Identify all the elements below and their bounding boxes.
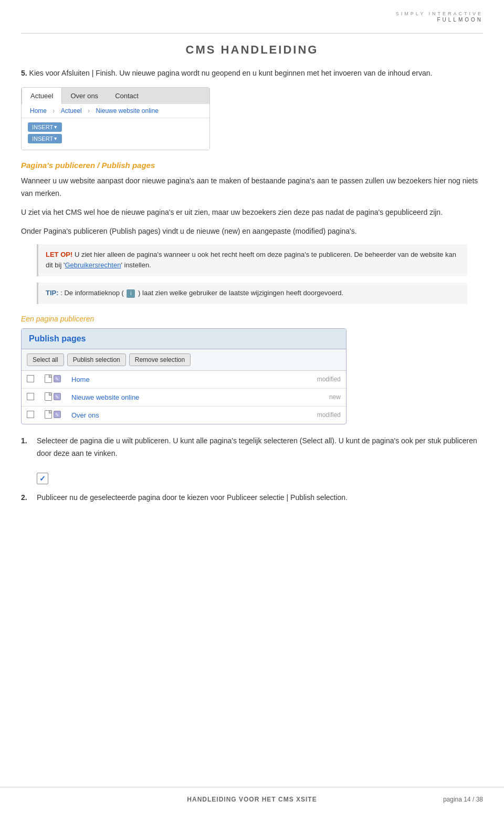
publish-toolbar: Select all Publish selection Remove sele… [22, 349, 346, 371]
nav-bar: Actueel Over ons Contact [22, 88, 209, 104]
row-checkbox-1[interactable] [27, 393, 34, 400]
row-name-0: Home [66, 371, 261, 389]
breadcrumb-home: Home [30, 107, 47, 115]
edit-icon-0: ✎ [54, 375, 61, 382]
insert-btn-2[interactable]: INSERT [28, 134, 62, 143]
page-icons-2: ✎ [45, 410, 61, 419]
footer-title: HANDLEIDING VOOR HET CMS XSITE [74, 796, 430, 803]
step2-text: Publiceer nu de geselecteerde pagina doo… [37, 492, 348, 504]
step-item-2: 2. Publiceer nu de geselecteerde pagina … [21, 492, 483, 504]
nav-screenshot: Actueel Over ons Contact Home › Actueel … [21, 87, 210, 150]
breadcrumb-page: Nieuwe website online [96, 107, 158, 115]
main-content: 5. Kies voor Afsluiten | Finish. Uw nieu… [0, 67, 504, 533]
logo-area: SIMPLY INTERACTIVE FULLMOON [396, 11, 483, 23]
row-checkbox-2[interactable] [27, 411, 34, 418]
alert-label: LET OP! [46, 251, 72, 258]
page-icon-2 [45, 410, 52, 419]
logo: SIMPLY INTERACTIVE FULLMOON [396, 11, 483, 23]
page-icons-1: ✎ [45, 392, 61, 401]
breadcrumb-sep1: › [52, 107, 56, 115]
row-name-1: Nieuwe website online [66, 388, 261, 406]
steps-list: 1. Selecteer de pagina die u wilt public… [21, 435, 483, 504]
publish-selection-button[interactable]: Publish selection [67, 353, 126, 366]
alert-box: LET OP! U ziet hier alleen de pagina's w… [37, 244, 467, 277]
row-status-2: modified [261, 406, 346, 424]
page-icon-1 [45, 392, 52, 401]
publish-box: Publish pages Select all Publish selecti… [21, 328, 346, 424]
table-row: ✎ Over ons modified [22, 406, 346, 424]
breadcrumb-sep2: › [88, 107, 91, 115]
insert-buttons-area: INSERT INSERT [22, 118, 209, 150]
info-icon: i [127, 289, 135, 298]
logo-tagline: SIMPLY INTERACTIVE [396, 12, 483, 16]
step5-intro: 5. Kies voor Afsluiten | Finish. Uw nieu… [21, 67, 483, 79]
nav-item-actueel: Actueel [22, 88, 62, 104]
insert-btn-1[interactable]: INSERT [28, 122, 62, 132]
select-all-button[interactable]: Select all [27, 353, 64, 366]
header: SIMPLY INTERACTIVE FULLMOON [0, 0, 504, 28]
step-item-1: 1. Selecteer de pagina die u wilt public… [21, 435, 483, 460]
tip-label: TIP: [46, 289, 59, 297]
page-icons-0: ✎ [45, 374, 61, 383]
alert-link[interactable]: Gebruikersrechten [65, 261, 121, 269]
tip-box: TIP: : De informatieknop ( i ) laat zien… [37, 283, 467, 304]
alert-link-post: ' instellen. [121, 261, 151, 269]
row-status-0: modified [261, 371, 346, 389]
page-title: CMS HANDLEIDING [21, 33, 483, 57]
edit-icon-2: ✎ [54, 411, 61, 418]
publish-box-title: Publish pages [22, 329, 346, 349]
body-text1: U ziet via het CMS wel hoe de nieuwe pag… [21, 206, 483, 219]
footer: HANDLEIDING VOOR HET CMS XSITE pagina 14… [0, 787, 504, 811]
body-intro: Wanneer u uw website aanpast door nieuwe… [21, 175, 483, 200]
table-row: ✎ Home modified [22, 371, 346, 389]
tip-text2: ) laat zien welke gebruiker de laatste w… [138, 289, 343, 297]
step1-text: Selecteer de pagina die u wilt publicere… [37, 435, 483, 460]
alert-text: U ziet hier alleen de pagina's wanneer u… [75, 251, 352, 258]
breadcrumb-actueel: Actueel [61, 107, 82, 115]
publish-table: ✎ Home modified ✎ Nieuwe website online … [22, 371, 346, 424]
nav-item-overons: Over ons [62, 88, 107, 104]
row-checkbox-0[interactable] [27, 375, 34, 382]
remove-selection-button[interactable]: Remove selection [129, 353, 191, 366]
row-name-2: Over ons [66, 406, 261, 424]
step1-num: 1. [21, 435, 32, 460]
breadcrumb-bar: Home › Actueel › Nieuwe website online [22, 104, 209, 118]
edit-icon-1: ✎ [54, 393, 61, 400]
logo-name: SIMPLY INTERACTIVE FULLMOON [396, 11, 483, 23]
tip-text: : De informatieknop ( [60, 289, 124, 297]
checkbox-checked-icon [37, 473, 48, 484]
publish-section-title: Een pagina publiceren [21, 315, 483, 323]
body-text2: Onder Pagina's publiceren (Publish pages… [21, 225, 483, 238]
step-number: 5. [21, 69, 27, 77]
nav-item-contact: Contact [107, 88, 147, 104]
table-row: ✎ Nieuwe website online new [22, 388, 346, 406]
page-icon-0 [45, 374, 52, 383]
footer-page: pagina 14 / 38 [430, 796, 483, 803]
row-status-1: new [261, 388, 346, 406]
step2-num: 2. [21, 492, 32, 504]
section-heading: Pagina's publiceren / Publish pages [21, 161, 483, 170]
